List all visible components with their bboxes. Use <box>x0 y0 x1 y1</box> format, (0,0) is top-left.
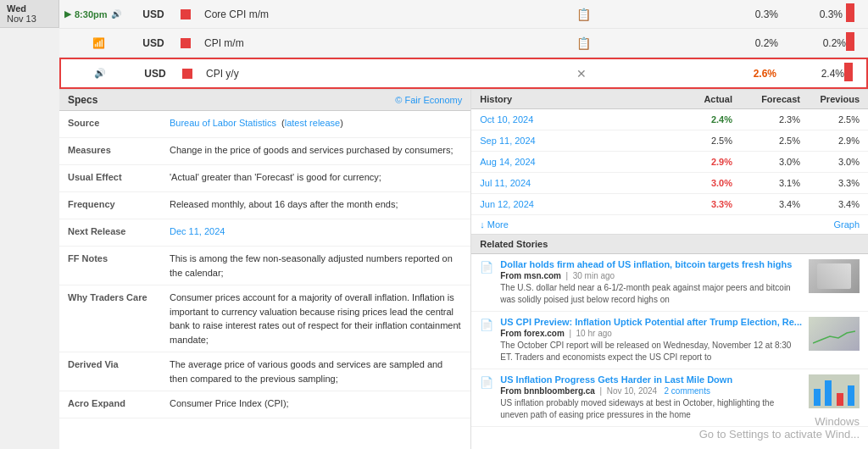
history-footer: ↓ More Graph <box>471 215 868 235</box>
specs-value-measures: Change in the price of goods and service… <box>170 143 462 158</box>
specs-value-next-release: Dec 11, 2024 <box>170 224 462 239</box>
story-time-3: Nov 10, 2024 <box>607 386 658 396</box>
history-previous-5: 3.4% <box>838 199 860 209</box>
story-source-2: From forex.com <box>500 329 565 338</box>
bell-icon-1[interactable]: 📋 <box>576 8 591 21</box>
chart-icon-1 <box>846 3 854 22</box>
bell-icon-2[interactable]: 📋 <box>576 36 591 50</box>
story-title-link-1[interactable]: Dollar holds firm ahead of US inflation,… <box>500 259 802 269</box>
history-forecast-3: 3.0% <box>779 157 800 167</box>
history-row-4: Jul 11, 2024 3.0% 3.1% 3.3% <box>471 173 868 194</box>
specs-label-usual-effect: Usual Effect <box>68 170 170 182</box>
specs-row-measures: Measures Change in the price of goods an… <box>59 138 470 165</box>
impact-icon-3 <box>182 69 192 79</box>
next-release-link[interactable]: Dec 11, 2024 <box>170 226 225 236</box>
actual-2: 0.2% <box>755 37 778 49</box>
specs-label-source: Source <box>68 116 170 128</box>
story-meta-3: From bnnbloomberg.ca | Nov 10, 2024 2 co… <box>500 386 802 396</box>
actual-3: 2.6% <box>754 68 776 80</box>
chart-icon-2 <box>846 32 854 51</box>
story-comments-3[interactable]: 2 comments <box>665 386 710 396</box>
history-section: History Actual Forecast Previous Oct 10,… <box>471 90 868 235</box>
specs-title: Specs <box>68 94 97 106</box>
history-previous-2: 2.9% <box>838 136 860 146</box>
right-panel: History Actual Forecast Previous Oct 10,… <box>471 90 868 449</box>
history-actual-3: 2.9% <box>711 157 732 167</box>
story-title-link-2[interactable]: US CPI Preview: Inflation Uptick Potenti… <box>500 317 802 327</box>
specs-row-acro-expand: Acro Expand Consumer Price Index (CPI); <box>59 391 470 419</box>
specs-label-next-release: Next Release <box>68 224 170 236</box>
story-excerpt-1: The U.S. dollar held near a 6-1/2-month … <box>500 282 802 306</box>
history-actual-4: 3.0% <box>711 178 732 188</box>
specs-value-derived-via: The average price of various goods and s… <box>170 358 462 385</box>
history-date-link-4[interactable]: Jul 11, 2024 <box>480 178 531 188</box>
story-meta-1: From msn.com | 30 min ago <box>500 271 802 280</box>
story-thumb-2 <box>809 317 860 351</box>
actual-1: 0.3% <box>755 8 778 20</box>
history-col-date: History <box>480 94 665 104</box>
specs-value-source: Bureau of Labor Statistics (latest relea… <box>170 116 462 130</box>
story-content-2: US CPI Preview: Inflation Uptick Potenti… <box>500 317 802 363</box>
event-row-core-cpi-mm: ▶ 8:30pm 🔊 USD Core CPI m/m 📋 0.3% <box>59 0 868 29</box>
history-row-5: Jun 12, 2024 3.3% 3.4% 3.4% <box>471 194 868 215</box>
history-actual-1: 2.4% <box>711 114 732 125</box>
forecast-3: 2.4% <box>821 68 844 80</box>
story-title-link-3[interactable]: US Inflation Progress Gets Harder in Las… <box>500 374 802 385</box>
story-time-2: 10 hr ago <box>576 329 612 338</box>
specs-row-next-release: Next Release Dec 11, 2024 <box>59 219 470 247</box>
story-source-1: From msn.com <box>500 271 561 280</box>
specs-row-source: Source Bureau of Labor Statistics (lates… <box>59 111 470 138</box>
specs-panel: Specs © Fair Economy Source Bureau of La… <box>59 90 471 449</box>
windows-watermark: Windows Go to Settings to activate Wind.… <box>699 415 860 441</box>
specs-label-why-traders: Why Traders Care <box>68 291 170 302</box>
specs-label-ff-notes: FF Notes <box>68 252 170 263</box>
history-date-link-1[interactable]: Oct 10, 2024 <box>480 114 533 125</box>
story-meta-2: From forex.com | 10 hr ago <box>500 329 802 338</box>
event-name-3: CPI y/y <box>206 68 239 80</box>
forecast-1: 0.3% <box>820 8 843 20</box>
story-item-2: 📄 US CPI Preview: Inflation Uptick Poten… <box>471 312 868 369</box>
history-row-1: Oct 10, 2024 2.4% 2.3% 2.5% <box>471 109 868 130</box>
volume-icon-1: 🔊 <box>111 9 121 19</box>
event-row-cpi-yy: 🔊 USD CPI y/y ✕ 2.6% 2.4% <box>59 58 868 89</box>
story-icon-2: 📄 <box>480 317 493 363</box>
chart-icon-3 <box>844 63 853 81</box>
history-col-forecast-header: Forecast <box>732 94 800 104</box>
history-previous-4: 3.3% <box>838 178 860 188</box>
history-previous-3: 3.0% <box>838 157 860 167</box>
specs-label-derived-via: Derived Via <box>68 358 170 369</box>
history-date-link-5[interactable]: Jun 12, 2024 <box>480 199 534 209</box>
event-name-2: CPI m/m <box>204 37 244 49</box>
history-date-link-2[interactable]: Sep 11, 2024 <box>480 136 535 146</box>
history-col-actual-header: Actual <box>665 94 732 104</box>
bls-link[interactable]: Bureau of Labor Statistics <box>170 118 276 128</box>
doc-icon-1: 📄 <box>480 261 493 274</box>
related-header: Related Stories <box>471 235 868 254</box>
history-date-link-3[interactable]: Aug 14, 2024 <box>480 157 535 167</box>
specs-label-frequency: Frequency <box>68 197 170 209</box>
latest-release-link[interactable]: latest release <box>285 118 340 128</box>
more-link[interactable]: ↓ More <box>480 219 509 230</box>
fair-economy-link[interactable]: © Fair Economy <box>395 95 462 105</box>
story-excerpt-2: The October CPI report will be released … <box>500 340 802 363</box>
history-actual-2: 2.5% <box>711 136 732 146</box>
x-icon-3[interactable]: ✕ <box>576 67 587 80</box>
history-header: History Actual Forecast Previous <box>471 90 868 109</box>
specs-label-acro-expand: Acro Expand <box>68 396 170 408</box>
event-time-1: 8:30pm <box>75 9 108 19</box>
specs-value-usual-effect: 'Actual' greater than 'Forecast' is good… <box>170 170 462 185</box>
story-source-3: From bnnbloomberg.ca <box>500 386 595 396</box>
impact-icon-1 <box>181 9 191 19</box>
story-content-3: US Inflation Progress Gets Harder in Las… <box>500 374 802 421</box>
graph-link[interactable]: Graph <box>833 219 860 230</box>
specs-value-acro-expand: Consumer Price Index (CPI); <box>170 396 462 411</box>
currency-2: USD <box>142 37 164 49</box>
story-thumb-1 <box>809 259 860 293</box>
history-forecast-4: 3.1% <box>779 178 800 188</box>
day-label: Wed <box>7 3 52 14</box>
history-col-previous-header: Previous <box>800 94 860 104</box>
specs-value-ff-notes: This is among the few non-seasonally adj… <box>170 252 462 280</box>
specs-label-measures: Measures <box>68 143 170 155</box>
specs-row-derived-via: Derived Via The average price of various… <box>59 352 470 391</box>
history-row-3: Aug 14, 2024 2.9% 3.0% 3.0% <box>471 152 868 173</box>
